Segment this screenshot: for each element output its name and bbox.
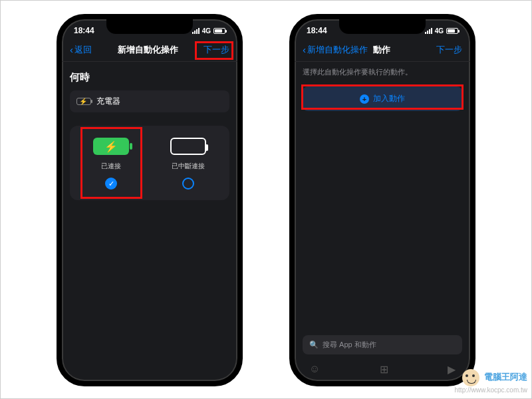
status-time: 18:44	[74, 26, 94, 35]
notch	[339, 19, 426, 34]
add-action-button[interactable]: + 加入動作	[303, 86, 462, 111]
phone-right: 18:44 4G ‹ 新增自動化操作 動作 下一步 選擇此自動化操作要執行的動作…	[289, 14, 475, 386]
battery-icon	[213, 28, 225, 34]
search-placeholder: 搜尋 App 和動作	[323, 340, 376, 350]
apps-icon[interactable]: ⊞	[380, 363, 388, 376]
back-label: 新增自動化操作	[307, 44, 368, 56]
phone-left: 18:44 4G ‹ 返回 新增自動化操作 下一步 何時 ⚡ 充電器 ⚡	[57, 14, 243, 386]
option-disconnected[interactable]: 已中斷連接	[152, 138, 224, 190]
plus-circle-icon: +	[360, 94, 369, 104]
radio-unselected-icon	[182, 178, 194, 190]
signal-icon	[192, 28, 200, 34]
back-button[interactable]: ‹ 新增自動化操作	[303, 44, 368, 56]
battery-empty-icon	[170, 138, 206, 155]
nav-title: 新增自動化操作	[92, 44, 203, 56]
back-button[interactable]: ‹ 返回	[70, 44, 92, 56]
trigger-charger-row[interactable]: ⚡ 充電器	[70, 90, 229, 112]
clock-icon[interactable]: ☺	[309, 363, 320, 376]
network-label: 4G	[202, 27, 211, 35]
chevron-left-icon: ‹	[70, 44, 73, 55]
bottom-toolbar: ☺ ⊞ ▶	[295, 363, 470, 376]
status-time: 18:44	[307, 26, 327, 35]
watermark: 電腦王阿達 http://www.kocpc.com.tw	[455, 369, 527, 394]
instruction-text: 選擇此自動化操作要執行的動作。	[295, 62, 470, 82]
back-label: 返回	[74, 44, 92, 56]
when-heading: 何時	[70, 71, 229, 84]
chevron-left-icon: ‹	[303, 44, 306, 55]
charger-options-card: ⚡ 已連接 ✓ 已中斷連接	[70, 126, 229, 200]
nav-title: 動作	[373, 44, 390, 56]
add-action-label: 加入動作	[373, 93, 405, 104]
option-connected-label: 已連接	[101, 162, 121, 171]
option-disconnected-label: 已中斷連接	[172, 162, 205, 171]
next-button[interactable]: 下一步	[203, 44, 229, 56]
radio-selected-icon: ✓	[105, 178, 117, 190]
search-input[interactable]: 🔍 搜尋 App 和動作	[303, 335, 462, 354]
nav-bar: ‹ 新增自動化操作 動作 下一步	[295, 38, 470, 62]
nav-bar: ‹ 返回 新增自動化操作 下一步	[62, 38, 237, 62]
watermark-title: 電腦王阿達	[484, 372, 527, 382]
trigger-label: 充電器	[96, 96, 120, 107]
next-button[interactable]: 下一步	[436, 44, 462, 56]
charger-icon: ⚡	[76, 98, 91, 105]
battery-icon	[446, 28, 458, 34]
mascot-icon	[462, 369, 479, 386]
notch	[106, 19, 193, 34]
signal-icon	[425, 28, 432, 34]
search-icon: 🔍	[309, 340, 319, 349]
network-label: 4G	[435, 27, 444, 35]
battery-charging-icon: ⚡	[93, 138, 129, 155]
option-connected[interactable]: ⚡ 已連接 ✓	[75, 138, 147, 190]
watermark-url: http://www.kocpc.com.tw	[455, 386, 527, 394]
